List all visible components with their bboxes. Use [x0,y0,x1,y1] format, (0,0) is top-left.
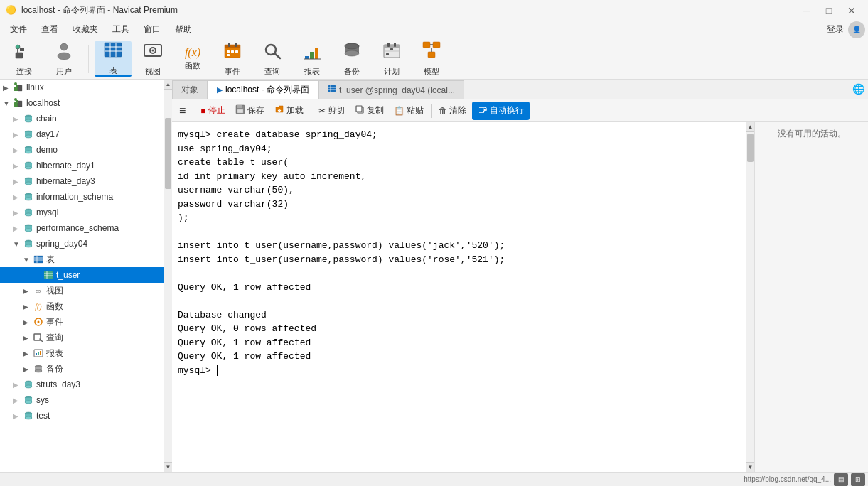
sidebar-item-chain[interactable]: ▶ chain [0,111,171,126]
cmd-save-btn[interactable]: 保存 [231,102,269,120]
sidebar-item-hibernate-day3[interactable]: ▶ hibernate_day3 [0,173,171,189]
terminal-prompt-line: mysql> [178,364,740,378]
tab-object[interactable]: 对象 [172,80,208,99]
terminal-output[interactable]: mysql> create database spring_day04; use… [172,122,746,472]
sidebar-item-tables-group[interactable]: ▼ 表 [0,252,171,267]
minimize-button[interactable]: ─ [795,4,817,18]
scrollbar-thumb[interactable] [165,118,171,189]
sidebar-item-backups-group[interactable]: ▶ 备份 [0,361,171,377]
svg-rect-6 [105,43,122,57]
sidebar-mysql-label: mysql [36,207,58,217]
cmd-copy-btn[interactable]: 复制 [350,102,388,120]
svg-point-100 [25,385,32,388]
model-icon [422,40,441,65]
svg-point-4 [60,43,68,50]
cmd-autowrap-btn[interactable]: 自动换行 [472,102,530,120]
t-user-table-icon [43,269,54,281]
svg-point-72 [25,213,32,216]
login-label[interactable]: 登录 [827,23,844,36]
tree-arrow-demo: ▶ [13,146,23,154]
toolbar-backup[interactable]: 备份 [333,41,370,77]
menu-favorites[interactable]: 收藏夹 [65,21,105,38]
sidebar-item-events-group[interactable]: ▶ 事件 [0,314,171,330]
toolbar-report[interactable]: 报表 [294,41,331,77]
toolbar-event[interactable]: 事件 [214,41,251,77]
sidebar-item-t-user[interactable]: t_user [0,267,171,283]
toolbar-table[interactable]: 表 [95,41,132,77]
terminal-line-5: username varchar(50), [178,183,740,198]
svg-rect-16 [228,43,230,47]
sidebar-scroll[interactable]: ▶ linux ▼ [0,80,171,472]
toolbar-schedule[interactable]: 计划 [373,41,410,77]
sidebar-item-views-group[interactable]: ▶ ∞ 视图 [0,283,171,298]
cmd-stop-btn[interactable]: ■ 停止 [196,102,229,120]
terminal-scroll-up[interactable]: ▲ [746,122,754,132]
status-bar-right: https://blog.csdn.net/qq_4... ▤ ⊞ [744,473,865,486]
toolbar-query[interactable]: 查询 [254,41,291,77]
sidebar-item-demo[interactable]: ▶ demo [0,142,171,158]
maximize-button[interactable]: □ [818,4,840,18]
sidebar-reports-label: 报表 [46,347,63,360]
cmd-paste-label: 粘贴 [407,104,424,117]
func-icon: f(x) [185,46,200,59]
views-group-icon: ∞ [33,285,44,296]
svg-point-88 [38,321,40,323]
toolbar-user[interactable]: 用户 [45,41,82,77]
scrollbar-down-arrow[interactable]: ▼ [164,462,172,472]
sidebar-item-reports-group[interactable]: ▶ 报表 [0,345,171,361]
svg-rect-79 [34,256,43,263]
sidebar-item-day17[interactable]: ▶ day17 [0,126,171,142]
sidebar-item-spring-day04[interactable]: ▼ spring_day04 [0,236,171,252]
tab-web-icon-btn[interactable]: 🌐 [851,82,865,96]
menu-window[interactable]: 窗口 [136,21,168,38]
hibernate-day1-db-icon [23,160,34,171]
scrollbar-up-arrow[interactable]: ▲ [164,80,172,90]
tab-cmd[interactable]: ▶ localhost - 命令列界面 [208,80,318,99]
sidebar-item-funcs-group[interactable]: ▶ f() 函数 [0,298,171,314]
svg-rect-15 [225,45,240,48]
sidebar-item-hibernate-day1[interactable]: ▶ hibernate_day1 [0,158,171,173]
toolbar-view[interactable]: 视图 [134,41,171,77]
sidebar-item-linux[interactable]: ▶ linux [0,80,171,95]
terminal-scroll-thumb[interactable] [747,134,754,162]
cmd-cut-btn[interactable]: ✂ 剪切 [314,102,349,120]
sidebar-item-localhost[interactable]: ▼ localhost [0,95,171,111]
sidebar-hibernate-day1-label: hibernate_day1 [36,161,95,171]
hibernate-day3-db-icon [23,176,34,187]
menu-help[interactable]: 帮助 [168,21,199,38]
demo-db-icon [23,144,34,156]
svg-rect-20 [235,50,238,53]
sidebar-item-test[interactable]: ▶ test [0,408,171,423]
toolbar-connect[interactable]: 连接 [6,41,43,77]
svg-point-2 [16,45,20,49]
sidebar-item-perf-schema[interactable]: ▶ performance_schema [0,220,171,236]
sidebar-item-queries-group[interactable]: ▶ 查询 [0,330,171,345]
tab-cmd-label: localhost - 命令列界面 [225,84,309,96]
tree-arrow-hibernate-day3: ▶ [13,178,23,185]
sidebar-item-mysql[interactable]: ▶ mysql [0,205,171,220]
tab-table-view[interactable]: t_user @spring_day04 (local... [318,80,464,99]
menu-view[interactable]: 查看 [34,21,65,38]
terminal-scroll-down[interactable]: ▼ [746,462,754,472]
svg-rect-112 [237,105,242,108]
toolbar-view-label: 视图 [145,66,161,77]
cmd-paste-btn[interactable]: 📋 粘贴 [390,102,428,120]
sidebar-sys-label: sys [36,395,49,405]
close-button[interactable]: ✕ [841,4,862,18]
sidebar-item-struts-day3[interactable]: ▶ struts_day3 [0,377,171,392]
status-btn-2[interactable]: ⊞ [851,473,865,486]
cmd-clear-btn[interactable]: 🗑 清除 [434,102,471,120]
sys-db-icon [23,394,34,406]
cmd-menu-icon: ≡ [179,104,186,117]
sidebar-item-info-schema[interactable]: ▶ information_schema [0,189,171,205]
menu-file[interactable]: 文件 [3,21,34,38]
sidebar-item-sys[interactable]: ▶ sys [0,392,171,408]
toolbar-func[interactable]: f(x) 函数 [174,41,211,77]
svg-point-106 [25,416,32,419]
status-btn-1[interactable]: ▤ [834,473,848,486]
toolbar-model[interactable]: 模型 [413,41,450,77]
cmd-load-btn[interactable]: 加载 [270,102,308,120]
menu-tools[interactable]: 工具 [105,21,136,38]
cmd-menu-btn[interactable]: ≡ [175,102,190,120]
tree-arrow-spring-day04: ▼ [13,240,23,248]
